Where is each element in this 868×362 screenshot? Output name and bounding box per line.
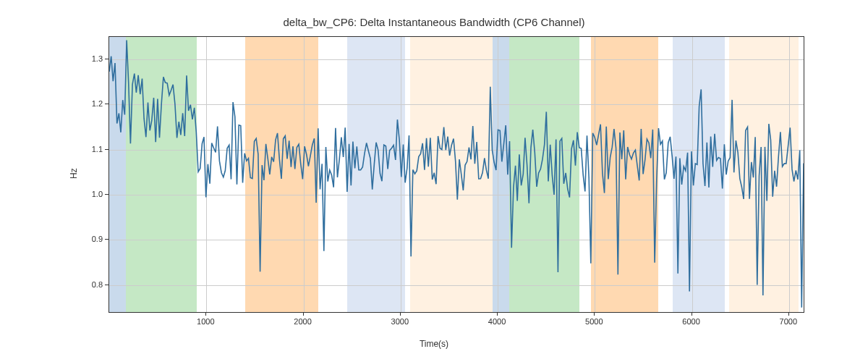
y-tick-mark <box>105 194 109 195</box>
x-tick-mark <box>400 312 401 316</box>
chart-title: delta_bw_CP6: Delta Instantaneous Bandwi… <box>284 16 585 28</box>
chart-container: delta_bw_CP6: Delta Instantaneous Bandwi… <box>0 0 868 362</box>
y-tick-label: 0.8 <box>92 280 103 289</box>
y-tick-label: 1.0 <box>92 190 103 198</box>
x-tick-mark <box>594 312 595 316</box>
y-axis-label: Hz <box>69 168 79 179</box>
y-tick-mark <box>105 149 109 150</box>
plot-area <box>109 36 804 313</box>
y-tick-mark <box>105 239 109 240</box>
x-tick-mark <box>303 312 304 316</box>
y-tick-mark <box>105 104 109 104</box>
x-tick-mark <box>692 312 692 316</box>
data-line <box>109 41 804 308</box>
y-tick-mark <box>105 285 109 285</box>
x-tick-label: 5000 <box>585 317 603 326</box>
y-tick-mark <box>105 59 109 59</box>
y-tick-label: 0.9 <box>92 235 103 243</box>
data-line-svg <box>109 37 804 312</box>
x-tick-label: 1000 <box>197 317 214 326</box>
x-tick-mark <box>788 312 789 316</box>
x-tick-label: 6000 <box>682 317 699 326</box>
x-tick-label: 2000 <box>294 317 311 326</box>
y-tick-label: 1.3 <box>92 54 103 63</box>
x-tick-label: 3000 <box>391 317 409 326</box>
x-axis-label: Time(s) <box>420 339 448 349</box>
x-tick-label: 7000 <box>780 317 797 326</box>
x-tick-mark <box>205 312 206 316</box>
y-tick-label: 1.2 <box>92 99 103 108</box>
x-tick-label: 4000 <box>488 317 506 326</box>
y-tick-label: 1.1 <box>92 145 103 153</box>
x-tick-mark <box>497 312 498 316</box>
